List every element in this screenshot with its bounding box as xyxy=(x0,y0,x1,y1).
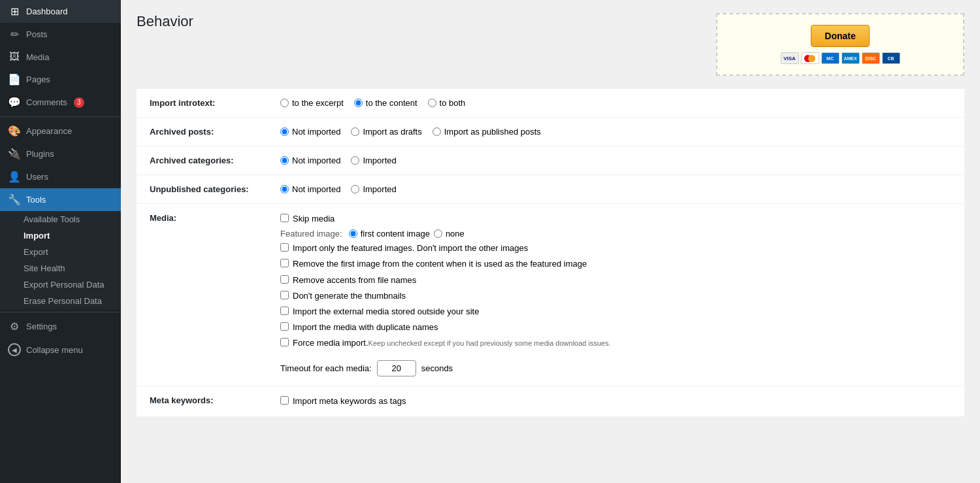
donate-cards: VISA MC AMEX DISC CB xyxy=(730,52,950,64)
force-media-option[interactable]: Force media import.Keep unchecked except… xyxy=(280,337,951,349)
duplicate-names-option[interactable]: Import the media with duplicate names xyxy=(280,322,951,333)
sidebar-item-users[interactable]: 👤 Users xyxy=(0,165,121,188)
submenu-import[interactable]: Import xyxy=(0,227,121,244)
import-as-drafts-label: Import as drafts xyxy=(363,127,421,137)
to-content-radio[interactable] xyxy=(354,99,363,107)
none-image-option[interactable]: none xyxy=(434,229,465,239)
no-thumbnails-checkbox[interactable] xyxy=(280,291,289,299)
force-media-label: Force media import. xyxy=(293,338,368,348)
unpublished-categories-options: Not imported Imported xyxy=(280,184,951,194)
skip-media-option[interactable]: Skip media xyxy=(280,213,951,225)
media-row: Media: Skip media Featured image: first … xyxy=(137,204,964,386)
submenu-export-personal-data[interactable]: Export Personal Data xyxy=(0,276,121,293)
no-thumbnails-option[interactable]: Don't generate the thumbnails xyxy=(280,290,951,302)
settings-icon: ⚙ xyxy=(8,320,21,333)
sidebar-item-tools[interactable]: 🔧 Tools xyxy=(0,188,121,211)
import-as-published-radio[interactable] xyxy=(433,127,441,136)
posts-icon: ✏ xyxy=(8,28,21,41)
sidebar-item-dashboard[interactable]: ⊞ Dashboard xyxy=(0,0,121,23)
meta-keywords-checkbox[interactable] xyxy=(280,396,289,405)
import-featured-only-option[interactable]: Import only the featured images. Don't i… xyxy=(280,242,951,254)
imported-cats-option[interactable]: Imported xyxy=(351,156,396,165)
first-content-image-option[interactable]: first content image xyxy=(349,229,430,239)
timeout-input[interactable] xyxy=(377,360,416,376)
not-imported-cats-label: Not imported xyxy=(292,156,340,165)
force-media-checkbox[interactable] xyxy=(280,338,289,346)
remove-first-image-option[interactable]: Remove the first image from the content … xyxy=(280,258,951,270)
archived-posts-label: Archived posts: xyxy=(137,118,267,146)
media-options: Skip media Featured image: first content… xyxy=(280,213,951,376)
not-imported-cats-option[interactable]: Not imported xyxy=(280,156,340,165)
submenu-available-tools[interactable]: Available Tools xyxy=(0,211,121,227)
skip-media-label: Skip media xyxy=(293,213,335,225)
media-icon: 🖼 xyxy=(8,51,21,63)
comments-icon: 💬 xyxy=(8,96,21,108)
import-as-published-option[interactable]: Import as published posts xyxy=(433,127,541,137)
to-excerpt-option[interactable]: to the excerpt xyxy=(280,98,344,108)
not-imported-unpub-option[interactable]: Not imported xyxy=(280,184,340,194)
import-introtext-label: Import introtext: xyxy=(137,89,267,118)
to-excerpt-radio[interactable] xyxy=(280,99,289,107)
donate-button[interactable]: Donate xyxy=(811,25,869,47)
import-featured-only-checkbox[interactable] xyxy=(280,243,289,252)
to-content-option[interactable]: to the content xyxy=(354,98,417,108)
imported-cats-radio[interactable] xyxy=(351,156,359,165)
import-as-drafts-radio[interactable] xyxy=(351,127,359,136)
sidebar-item-comments[interactable]: 💬 Comments 3 xyxy=(0,91,121,114)
not-imported-posts-option[interactable]: Not imported xyxy=(280,127,340,137)
import-as-drafts-option[interactable]: Import as drafts xyxy=(351,127,421,137)
none-image-label: none xyxy=(446,229,465,239)
skip-media-checkbox[interactable] xyxy=(280,214,289,222)
sidebar-item-media[interactable]: 🖼 Media xyxy=(0,46,121,68)
sidebar-item-pages[interactable]: 📄 Pages xyxy=(0,68,121,91)
submenu-erase-personal-data[interactable]: Erase Personal Data xyxy=(0,293,121,309)
to-both-option[interactable]: to both xyxy=(428,98,466,108)
sidebar-item-appearance[interactable]: 🎨 Appearance xyxy=(0,120,121,142)
media-label: Media: xyxy=(137,204,267,386)
force-media-text: Force media import.Keep unchecked except… xyxy=(293,337,611,349)
first-content-image-label: first content image xyxy=(361,229,430,239)
collapse-menu[interactable]: ◀ Collapse menu xyxy=(0,338,121,361)
featured-image-prefix: Featured image: xyxy=(280,229,342,239)
import-introtext-row: Import introtext: to the excerpt to the … xyxy=(137,89,964,118)
archived-categories-label: Archived categories: xyxy=(137,146,267,175)
dashboard-icon: ⊞ xyxy=(8,5,21,18)
none-image-radio[interactable] xyxy=(434,229,442,238)
imported-unpub-option[interactable]: Imported xyxy=(351,184,396,194)
archived-posts-row: Archived posts: Not imported Import as d… xyxy=(137,118,964,146)
duplicate-names-label: Import the media with duplicate names xyxy=(293,322,438,333)
remove-accents-option[interactable]: Remove accents from file names xyxy=(280,275,951,286)
archived-categories-row: Archived categories: Not imported Import… xyxy=(137,146,964,175)
users-icon: 👤 xyxy=(8,171,21,183)
sidebar-item-plugins[interactable]: 🔌 Plugins xyxy=(0,142,121,165)
submenu-site-health[interactable]: Site Health xyxy=(0,260,121,276)
timeout-unit: seconds xyxy=(421,363,453,373)
meta-keywords-option[interactable]: Import meta keywords as tags xyxy=(280,395,951,407)
sidebar-item-settings[interactable]: ⚙ Settings xyxy=(0,315,121,338)
visa-card-icon: VISA xyxy=(781,52,799,64)
remove-accents-label: Remove accents from file names xyxy=(293,275,416,286)
imported-unpub-radio[interactable] xyxy=(351,185,359,193)
import-external-checkbox[interactable] xyxy=(280,307,289,315)
donate-box: Donate VISA MC AMEX DISC CB xyxy=(716,13,964,76)
settings-table: Import introtext: to the excerpt to the … xyxy=(137,89,964,417)
to-both-radio[interactable] xyxy=(428,99,436,107)
to-excerpt-label: to the excerpt xyxy=(292,98,344,108)
sidebar-item-posts[interactable]: ✏ Posts xyxy=(0,23,121,46)
appearance-icon: 🎨 xyxy=(8,125,21,137)
maestro-card-icon: MC xyxy=(821,52,840,64)
not-imported-unpub-radio[interactable] xyxy=(280,185,289,193)
duplicate-names-checkbox[interactable] xyxy=(280,322,289,331)
remove-first-image-checkbox[interactable] xyxy=(280,259,289,267)
not-imported-posts-radio[interactable] xyxy=(280,127,289,136)
import-featured-only-label: Import only the featured images. Don't i… xyxy=(293,242,528,254)
no-thumbnails-label: Don't generate the thumbnails xyxy=(293,290,406,302)
import-external-option[interactable]: Import the external media stored outside… xyxy=(280,306,951,318)
import-external-label: Import the external media stored outside… xyxy=(293,306,479,318)
not-imported-unpub-label: Not imported xyxy=(292,184,340,194)
remove-accents-checkbox[interactable] xyxy=(280,275,289,284)
first-content-image-radio[interactable] xyxy=(349,229,357,238)
cb-card-icon: CB xyxy=(882,52,900,64)
not-imported-cats-radio[interactable] xyxy=(280,156,289,165)
submenu-export[interactable]: Export xyxy=(0,244,121,260)
